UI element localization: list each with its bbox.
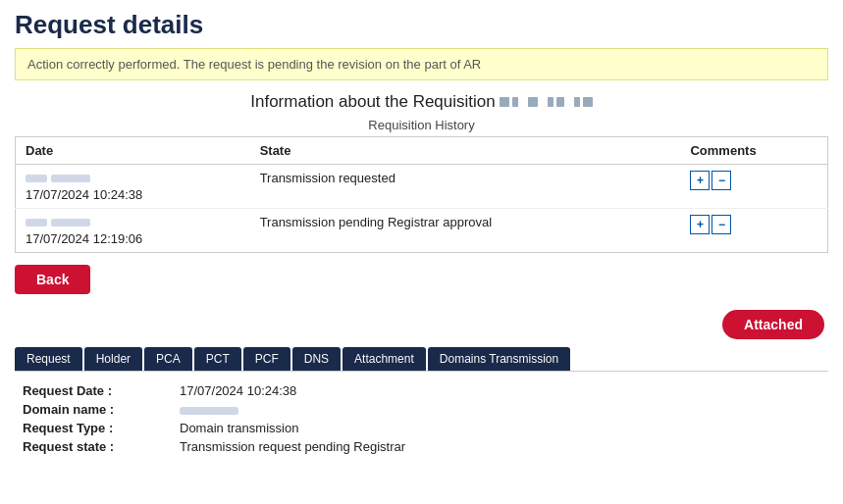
- col-state: State: [250, 137, 681, 165]
- cell-state: Transmission requested: [250, 165, 681, 209]
- attached-row: Attached: [15, 310, 828, 339]
- attached-button[interactable]: Attached: [722, 310, 824, 339]
- comment-minus-button[interactable]: −: [711, 171, 731, 190]
- avatar-placeholder: [26, 219, 47, 227]
- col-comments: Comments: [680, 137, 827, 165]
- avatar-placeholder2: [51, 175, 90, 182]
- history-label: Requisition History: [15, 118, 828, 132]
- detail-row-request-type: Request Type : Domain transmission: [23, 421, 820, 435]
- back-button[interactable]: Back: [15, 265, 90, 294]
- tab-pcf[interactable]: PCF: [243, 347, 290, 371]
- avatar-placeholder2: [51, 219, 90, 227]
- tab-pca[interactable]: PCA: [144, 347, 192, 371]
- cell-date: 17/07/2024 10:24:38: [16, 165, 250, 209]
- comment-minus-button[interactable]: −: [711, 215, 731, 234]
- deco-icon-7: [583, 97, 593, 107]
- page-title: Request details: [15, 10, 828, 40]
- cell-state: Transmission pending Registrar approval: [250, 209, 681, 253]
- section-title: Information about the Requisition: [15, 92, 828, 112]
- detail-row-domain-name: Domain name :: [23, 402, 820, 417]
- table-row: 17/07/2024 10:24:38Transmission requeste…: [16, 165, 828, 209]
- deco-icon-3: [528, 97, 538, 107]
- tab-holder[interactable]: Holder: [84, 347, 142, 371]
- detail-row-request-date: Request Date : 17/07/2024 10:24:38: [23, 383, 820, 398]
- history-table: Date State Comments 17/07/2024 10:24:38T…: [15, 136, 828, 253]
- request-type-value: Domain transmission: [180, 421, 298, 435]
- table-row: 17/07/2024 12:19:06Transmission pending …: [16, 209, 828, 253]
- details-section: Request Date : 17/07/2024 10:24:38 Domai…: [15, 379, 828, 462]
- deco-icon-4: [548, 97, 553, 107]
- cell-date: 17/07/2024 12:19:06: [16, 209, 250, 253]
- domain-name-label: Domain name :: [23, 402, 180, 417]
- detail-row-request-state: Request state : Transmission request pen…: [23, 439, 820, 454]
- cell-comments: +−: [680, 165, 827, 209]
- deco-icon-1: [500, 97, 509, 107]
- avatar-placeholder: [26, 175, 47, 182]
- request-date-value: 17/07/2024 10:24:38: [180, 383, 296, 398]
- tab-bar: RequestHolderPCAPCTPCFDNSAttachmentDomai…: [15, 347, 828, 372]
- request-type-label: Request Type :: [23, 421, 180, 435]
- request-state-value: Transmission request pending Registrar: [180, 439, 405, 454]
- request-date-label: Request Date :: [23, 383, 180, 398]
- date-text: 17/07/2024 10:24:38: [26, 187, 240, 202]
- deco-icon-6: [574, 97, 580, 107]
- deco-icon-2: [512, 97, 518, 107]
- tab-attachment[interactable]: Attachment: [342, 347, 426, 371]
- tab-pct[interactable]: PCT: [194, 347, 241, 371]
- domain-name-value: [180, 402, 238, 417]
- date-text: 17/07/2024 12:19:06: [26, 231, 240, 246]
- request-state-label: Request state :: [23, 439, 180, 454]
- tab-request[interactable]: Request: [15, 347, 82, 371]
- col-date: Date: [16, 137, 250, 165]
- tab-dns[interactable]: DNS: [292, 347, 341, 371]
- section-title-icons: [500, 97, 593, 107]
- comment-plus-button[interactable]: +: [690, 171, 710, 190]
- tab-domains-transmission[interactable]: Domains Transmission: [428, 347, 570, 371]
- alert-bar: Action correctly performed. The request …: [15, 48, 828, 80]
- comment-plus-button[interactable]: +: [690, 215, 710, 234]
- cell-comments: +−: [680, 209, 827, 253]
- deco-icon-5: [556, 97, 564, 107]
- domain-placeholder: [180, 407, 238, 415]
